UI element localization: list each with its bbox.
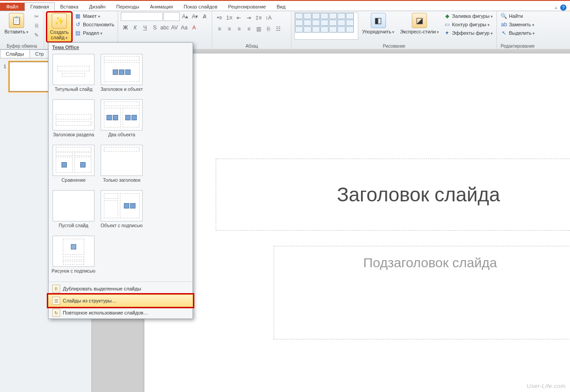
paste-button[interactable]: 📋 Вставить (3, 12, 30, 36)
layout-blank[interactable]: Пустой слайд (49, 189, 98, 234)
underline-button[interactable]: Ч (140, 23, 149, 32)
reset-label: Восстановить (83, 22, 114, 27)
layout-title-content[interactable]: Заголовок и объект (98, 53, 146, 98)
arrange-button[interactable]: ◧ Упорядочить (360, 12, 396, 36)
outline-label: Слайды из структуры… (63, 298, 117, 303)
group-drawing: ◧ Упорядочить ◪ Экспресс-стили ◆Заливка … (291, 11, 496, 49)
shape-effects-button[interactable]: ✦Эффекты фигур (443, 29, 494, 37)
layout-title-only[interactable]: Только заголовок (98, 143, 146, 189)
clear-format-icon[interactable]: A̷ (200, 12, 209, 21)
layout-label: Титульный слайд (50, 86, 97, 97)
arrange-label: Упорядочить (362, 29, 394, 35)
tab-transitions[interactable]: Переходы (111, 3, 145, 11)
paste-icon: 📋 (9, 13, 24, 28)
bullets-button[interactable]: •≡ (215, 13, 224, 22)
numbering-button[interactable]: 1≡ (225, 13, 234, 22)
group-label-clipboard: Буфер обмена (3, 43, 41, 49)
tab-design[interactable]: Дизайн (84, 3, 111, 11)
justify-button[interactable]: ≡ (244, 24, 253, 33)
shape-outline-button[interactable]: ▭Контур фигуры (443, 20, 494, 29)
shape-fill-button[interactable]: ◆Заливка фигуры (443, 12, 494, 20)
layout-section-header[interactable]: Заголовок раздела (49, 98, 98, 143)
tab-view[interactable]: Вид (271, 3, 291, 11)
columns-button[interactable]: ▥ (254, 24, 263, 33)
find-label: Найти (509, 13, 523, 19)
shape-effects-label: Эффекты фигур (452, 30, 492, 36)
minimize-ribbon-icon[interactable]: ▵ (555, 4, 558, 11)
reset-icon: ↺ (74, 21, 82, 28)
outline-icon: ☰ (52, 297, 60, 305)
layout-comparison[interactable]: Сравнение (49, 143, 98, 189)
tab-animation[interactable]: Анимация (144, 3, 178, 11)
layout-content-caption[interactable]: Объект с подписью (98, 189, 146, 234)
char-spacing-button[interactable]: AV (170, 23, 179, 32)
layout-title-slide[interactable]: Титульный слайд (49, 53, 98, 98)
menu-duplicate-slides[interactable]: ⎘ Дублировать выделенные слайды (49, 283, 193, 294)
section-button[interactable]: ▤Раздел (74, 29, 115, 37)
cut-icon[interactable]: ✂ (32, 12, 41, 21)
replace-button[interactable]: abЗаменить (500, 20, 536, 29)
group-label-drawing: Рисование (294, 43, 493, 49)
tab-home[interactable]: Главная (25, 2, 55, 11)
side-tab-slides[interactable]: Слайды (0, 49, 30, 58)
select-button[interactable]: ↖Выделить (500, 29, 536, 37)
quick-styles-button[interactable]: ◪ Экспресс-стили (398, 12, 441, 36)
layout-label: Заголовок раздела (50, 132, 97, 143)
change-case-button[interactable]: Aa (180, 23, 189, 32)
smartart-button[interactable]: ☷ (274, 24, 283, 33)
copy-icon[interactable]: ⎘ (32, 21, 41, 30)
align-text-button[interactable]: ⎘ (264, 24, 273, 33)
layout-label: Объект с подписью (98, 223, 145, 233)
shrink-font-icon[interactable]: A▾ (190, 12, 199, 21)
duplicate-label: Дублировать выделенные слайды (63, 286, 141, 291)
section-icon: ▤ (74, 29, 82, 37)
slide-canvas[interactable]: Заголовок слайда Подзаголовок слайда (144, 53, 570, 392)
tab-insert[interactable]: Вставка (55, 3, 84, 11)
format-painter-icon[interactable]: ✎ (32, 31, 41, 40)
font-size-select[interactable] (164, 12, 180, 21)
strike-button[interactable]: S (150, 23, 159, 32)
align-center-button[interactable]: ≡ (225, 24, 234, 33)
shapes-gallery[interactable] (294, 12, 358, 40)
title-placeholder[interactable]: Заголовок слайда (216, 159, 570, 231)
layout-label: Два объекта (98, 132, 145, 143)
tab-review[interactable]: Рецензирование (223, 3, 271, 11)
layout-button[interactable]: ▦Макет (74, 12, 115, 20)
font-family-select[interactable] (121, 12, 163, 21)
line-spacing-button[interactable]: ‡≡ (254, 13, 263, 22)
paste-label: Вставить (4, 29, 29, 35)
decrease-indent-button[interactable]: ⇤ (234, 13, 243, 22)
grow-font-icon[interactable]: A▴ (180, 12, 189, 21)
new-slide-gallery: Тема Office Титульный слайд Заголовок и … (48, 42, 193, 319)
reset-button[interactable]: ↺Восстановить (74, 20, 115, 29)
layout-two-content[interactable]: Два объекта (98, 98, 146, 143)
tab-file[interactable]: Файл (0, 3, 25, 11)
font-color-button[interactable]: A (189, 23, 198, 32)
align-right-button[interactable]: ≡ (234, 24, 243, 33)
effects-icon: ✦ (443, 29, 451, 37)
help-icon[interactable]: ? (560, 4, 566, 11)
watermark: User-Life.com (527, 383, 566, 389)
fill-icon: ◆ (443, 12, 451, 20)
layout-picture-caption[interactable]: Рисунок с подписью (49, 234, 98, 280)
bold-button[interactable]: Ж (121, 23, 130, 32)
slide-thumbnail-1[interactable] (9, 62, 49, 91)
increase-indent-button[interactable]: ⇥ (244, 13, 253, 22)
new-slide-button[interactable]: ✨ Создать слайд (47, 12, 72, 42)
reuse-label: Повторное использование слайдов… (63, 310, 148, 315)
group-editing: 🔍Найти abЗаменить ↖Выделить Редактирован… (497, 11, 538, 49)
tab-slideshow[interactable]: Показ слайдов (178, 3, 223, 11)
group-label-paragraph: Абзац (215, 43, 288, 49)
subtitle-text: Подзаголовок слайда (363, 255, 497, 270)
text-direction-button[interactable]: ↕A (264, 13, 273, 22)
menu-reuse-slides[interactable]: ↻ Повторное использование слайдов… (49, 307, 193, 318)
menu-slides-from-outline[interactable]: ☰ Слайды из структуры… (48, 294, 193, 307)
replace-icon: ab (500, 21, 508, 28)
italic-button[interactable]: К (131, 23, 139, 32)
shadow-button[interactable]: abc (160, 23, 169, 32)
align-left-button[interactable]: ≡ (215, 24, 224, 33)
subtitle-placeholder[interactable]: Подзаголовок слайда (274, 246, 570, 339)
quick-styles-label: Экспресс-стили (400, 29, 439, 35)
find-button[interactable]: 🔍Найти (500, 12, 536, 20)
side-tab-outline[interactable]: Стр (29, 49, 49, 58)
